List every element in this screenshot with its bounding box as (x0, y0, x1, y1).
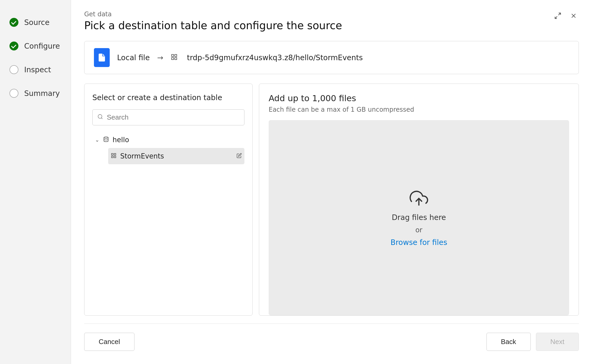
svg-rect-13 (112, 156, 113, 157)
sidebar-item-source[interactable]: Source (0, 11, 71, 34)
sidebar-label-configure: Configure (24, 42, 60, 50)
sidebar: Source Configure Inspect Summary (0, 0, 71, 364)
header-icons (553, 11, 579, 21)
svg-rect-14 (114, 156, 116, 157)
file-icon-box (94, 48, 110, 67)
sidebar-dot-inspect (9, 65, 18, 74)
content-area: Select or create a destination table ⌄ (84, 84, 579, 316)
left-panel: Select or create a destination table ⌄ (84, 84, 253, 316)
database-icon (103, 136, 109, 143)
get-data-label: Get data (84, 11, 342, 18)
left-panel-title: Select or create a destination table (92, 93, 244, 102)
svg-rect-6 (172, 58, 174, 60)
next-button[interactable]: Next (536, 333, 579, 351)
drag-files-label: Drag files here (392, 213, 446, 222)
sidebar-item-inspect[interactable]: Inspect (0, 58, 71, 81)
header-row: Get data Pick a destination table and co… (84, 11, 579, 32)
svg-point-10 (104, 137, 108, 138)
header-titles: Get data Pick a destination table and co… (84, 11, 342, 32)
table-label: StormEvents (120, 152, 164, 160)
tree-database-row[interactable]: ⌄ hello (92, 132, 244, 148)
tree-table-row[interactable]: StormEvents (108, 148, 244, 164)
footer-right-buttons: Back Next (486, 333, 579, 351)
main-content: Get data Pick a destination table and co… (71, 0, 592, 364)
destination-path: trdp-5d9gmufxrz4uswkq3.z8/hello/StormEve… (187, 53, 363, 62)
sidebar-item-summary[interactable]: Summary (0, 81, 71, 105)
source-bar: Local file → trdp-5d9gmufxrz4uswkq3.z8/h… (84, 41, 579, 74)
sidebar-label-inspect: Inspect (24, 65, 51, 74)
upload-subtitle: Each file can be a max of 1 GB uncompres… (269, 106, 569, 113)
table-icon (111, 153, 117, 160)
tree-child-area: StormEvents (108, 148, 244, 164)
sidebar-dot-source (9, 18, 18, 27)
sidebar-item-configure[interactable]: Configure (0, 34, 71, 58)
back-button[interactable]: Back (486, 333, 531, 351)
svg-rect-11 (112, 153, 113, 155)
sidebar-label-summary: Summary (24, 89, 60, 98)
drop-zone[interactable]: Drag files here or Browse for files (269, 120, 569, 315)
cloud-upload-icon (409, 189, 428, 209)
svg-rect-12 (114, 153, 116, 155)
sidebar-dot-summary (9, 89, 18, 98)
svg-line-9 (101, 118, 102, 119)
search-input[interactable] (107, 113, 239, 121)
svg-rect-7 (175, 58, 177, 60)
sidebar-dot-configure (9, 42, 18, 50)
svg-point-8 (98, 115, 102, 119)
svg-line-0 (558, 13, 560, 15)
edit-icon[interactable] (237, 153, 242, 160)
arrow-icon: → (157, 53, 163, 62)
footer: Cancel Back Next (84, 324, 579, 353)
cancel-button[interactable]: Cancel (84, 333, 134, 351)
page-title: Pick a destination table and configure t… (84, 19, 342, 32)
chevron-down-icon: ⌄ (95, 137, 99, 143)
browse-files-link[interactable]: Browse for files (390, 238, 447, 247)
sidebar-label-source: Source (24, 18, 49, 27)
search-icon (97, 114, 103, 121)
upload-title: Add up to 1,000 files (269, 93, 569, 103)
search-box[interactable] (92, 109, 244, 125)
svg-line-1 (555, 16, 557, 18)
svg-rect-4 (172, 54, 174, 57)
svg-rect-5 (175, 54, 177, 57)
database-label: hello (113, 136, 129, 144)
drop-or-label: or (415, 226, 423, 234)
source-file-label: Local file (117, 53, 150, 62)
close-icon[interactable] (568, 11, 579, 21)
grid-icon (171, 54, 178, 62)
right-panel: Add up to 1,000 files Each file can be a… (259, 84, 579, 316)
tree: ⌄ hello (92, 132, 244, 164)
expand-icon[interactable] (553, 11, 563, 21)
